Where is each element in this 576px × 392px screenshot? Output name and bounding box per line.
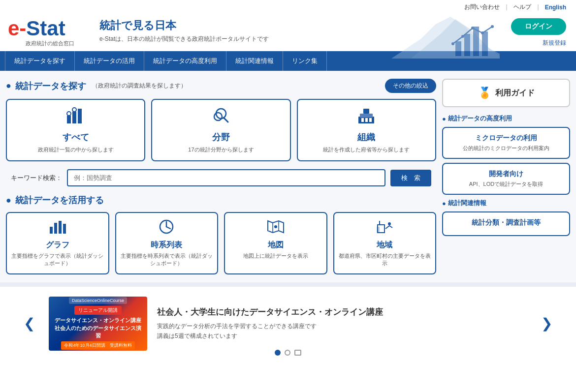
org-desc: 統計を作成した府省等から探します: [303, 146, 430, 153]
developer-card[interactable]: 開発者向け API、LODで統計データを取得: [442, 163, 570, 195]
micro-data-card[interactable]: ミクロデータの利用 公的統計のミクロデータの利用案内: [442, 127, 570, 159]
org-title: 組織: [303, 131, 430, 143]
logo-dash: -: [19, 17, 26, 40]
banner-area: ❮ DataScienceOnlineCourse リニューアル開講 データサイ…: [0, 286, 576, 361]
util-section-header: ● 統計データを活用する: [6, 194, 436, 206]
category-card[interactable]: 統計分類・調査計画等: [442, 211, 570, 236]
nav-item-links[interactable]: リンク集: [283, 51, 327, 71]
search-card-field[interactable]: 分野 17の統計分野から探します: [151, 99, 290, 161]
advanced-dot: ●: [442, 115, 446, 122]
banner-dot-2[interactable]: [285, 350, 290, 356]
region-title: 地域: [338, 240, 432, 250]
all-desc: 政府統計一覧の中から探します: [12, 146, 139, 153]
svg-point-39: [388, 222, 391, 225]
util-card-map[interactable]: 地図 地図上に統計データを表示: [224, 212, 327, 274]
header-actions: ログイン 新規登録: [497, 18, 566, 47]
search-button[interactable]: 検 索: [390, 170, 431, 186]
util-cards: グラフ 主要指標をグラフで表示（統計ダッシュボード） 時系列表 主要指標を時系列…: [6, 212, 436, 274]
field-title: 分野: [157, 131, 285, 143]
util-card-graph[interactable]: グラフ 主要指標をグラフで表示（統計ダッシュボード）: [6, 212, 109, 274]
search-card-all[interactable]: すべて 政府統計一覧の中から探します: [6, 99, 145, 161]
svg-point-9: [481, 31, 484, 34]
field-desc: 17の統計分野から探します: [157, 146, 285, 153]
login-button[interactable]: ログイン: [511, 18, 566, 35]
register-link[interactable]: 新規登録: [543, 39, 566, 47]
svg-rect-21: [360, 114, 373, 118]
util-title: 統計データを活用する: [15, 194, 104, 206]
logo-area: e-Stat 政府統計の総合窓口: [8, 18, 92, 47]
banner-dot-3[interactable]: [294, 350, 301, 356]
field-icon: [157, 107, 285, 128]
banner-image-date: 令和4年10月4日開講 受講料無料: [61, 341, 134, 350]
org-icon: [303, 107, 430, 128]
banner-desc1: 実践的なデータ分析の手法を学習することができる講座です: [157, 322, 527, 331]
graph-icon: [11, 219, 104, 238]
help-link[interactable]: ヘルプ: [513, 3, 531, 11]
banner-dots: [275, 350, 301, 356]
map-title: 地図: [229, 240, 322, 250]
timeseries-title: 時系列表: [120, 240, 214, 250]
svg-rect-22: [361, 118, 364, 122]
region-icon: [338, 219, 432, 238]
svg-rect-12: [72, 112, 76, 123]
nav-item-related[interactable]: 統計関連情報: [226, 51, 283, 71]
advanced-section-title: ● 統計データの高度利用: [442, 114, 570, 123]
keyword-input[interactable]: [67, 169, 385, 186]
main-content: ● 統計データを探す （政府統計の調査結果を探します） その他の絞込 すべて 政…: [0, 71, 576, 282]
logo: e-Stat: [8, 18, 92, 39]
nav-item-advanced[interactable]: 統計データの高度利用: [144, 51, 226, 71]
contact-link[interactable]: お問い合わせ: [464, 3, 500, 11]
logo-e: e: [8, 17, 19, 40]
related-title: 統計関連情報: [448, 199, 486, 208]
guide-label: 利用ガイド: [495, 88, 535, 98]
svg-point-7: [461, 35, 464, 38]
map-icon: [229, 219, 322, 238]
svg-rect-2: [455, 41, 461, 56]
timeseries-desc: 主要指標を時系列表で表示（統計ダッシュボード）: [120, 252, 214, 268]
all-title: すべて: [12, 131, 139, 143]
sep1: ｜: [504, 3, 510, 11]
svg-rect-13: [78, 109, 82, 123]
util-dot: ●: [6, 195, 11, 206]
svg-point-14: [67, 112, 71, 116]
svg-rect-28: [63, 224, 66, 234]
banner-image-badge: DataScienceOnlineCourse: [69, 297, 127, 304]
banner-prev-arrow[interactable]: ❮: [20, 315, 39, 332]
nav-item-search[interactable]: 統計データを探す: [5, 51, 75, 71]
guide-icon: 🏅: [478, 87, 491, 99]
banner-image-title: データサイエンス・オンライン講座社会人のためのデータサイエンス演習: [53, 317, 143, 339]
search-card-org[interactable]: 組織 統計を作成した府省等から探します: [297, 99, 436, 161]
graph-desc: 主要指標をグラフで表示（統計ダッシュボード）: [11, 252, 104, 268]
search-section-header: ● 統計データを探す （政府統計の調査結果を探します） その他の絞込: [6, 79, 436, 93]
util-card-timeseries[interactable]: 時系列表 主要指標を時系列表で表示（統計ダッシュボード）: [115, 212, 219, 274]
banner-next-arrow[interactable]: ❯: [537, 315, 556, 332]
svg-rect-5: [482, 31, 488, 56]
other-filter-button[interactable]: その他の絞込: [385, 79, 436, 93]
guide-button[interactable]: 🏅 利用ガイド: [442, 79, 570, 107]
header-chart: [391, 14, 500, 59]
svg-rect-23: [365, 118, 368, 122]
svg-line-18: [224, 118, 228, 122]
keyword-search: キーワード検索： 検 索: [6, 169, 436, 186]
banner-text: 社会人・大学生に向けたデータサイエンス・オンライン講座 実践的なデータ分析の手法…: [157, 306, 527, 341]
left-panel: ● 統計データを探す （政府統計の調査結果を探します） その他の絞込 すべて 政…: [6, 79, 436, 274]
banner-dot-1[interactable]: [275, 350, 281, 356]
svg-point-8: [471, 27, 474, 30]
graph-title: グラフ: [11, 240, 104, 250]
svg-rect-25: [50, 227, 53, 234]
nav-item-utilize[interactable]: 統計データの活用: [75, 51, 144, 71]
all-icon: [12, 107, 139, 128]
search-subtitle: （政府統計の調査結果を探します）: [92, 82, 187, 90]
english-link[interactable]: English: [545, 4, 566, 11]
timeseries-icon: [120, 219, 214, 238]
search-dot: ●: [6, 81, 11, 91]
micro-title: ミクロデータの利用: [449, 134, 563, 143]
util-card-region[interactable]: 地域 都道府県、市区町村の主要データを表示: [333, 212, 437, 274]
sep2: ｜: [535, 3, 541, 11]
related-dot: ●: [442, 200, 446, 207]
banner-renewal: リニューアル開講: [74, 306, 122, 315]
keyword-label: キーワード検索：: [11, 174, 62, 182]
svg-point-17: [214, 113, 222, 121]
svg-rect-27: [59, 221, 62, 234]
advanced-title: 統計データの高度利用: [448, 114, 512, 123]
